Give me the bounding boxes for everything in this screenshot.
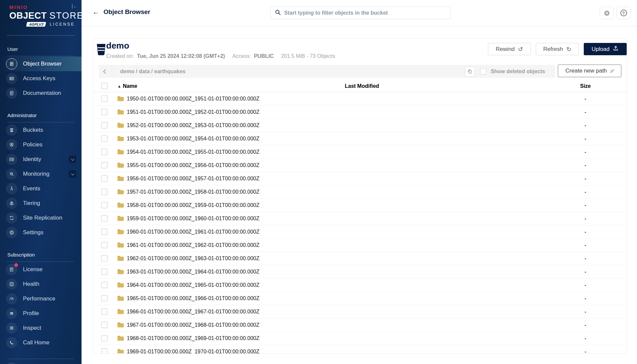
sidebar-item-health[interactable]: Health — [0, 277, 82, 291]
object-name[interactable]: 1961-01-01T00:00:00.000Z_1962-01-01T00:0… — [127, 242, 260, 248]
row-checkbox[interactable] — [101, 322, 107, 328]
sidebar-item-monitoring[interactable]: Monitoring — [0, 167, 82, 181]
sidebar-item-license[interactable]: License — [0, 262, 82, 277]
settings-button[interactable]: ⚙ — [600, 7, 614, 19]
table-row[interactable]: 1960-01-01T00:00:00.000Z_1961-01-01T00:0… — [94, 225, 627, 239]
sidebar-item-performance[interactable]: Performance — [0, 291, 82, 306]
chevron-down-icon[interactable] — [69, 156, 76, 163]
show-deleted-toggle[interactable]: Show deleted objects — [480, 68, 545, 75]
create-new-path-button[interactable]: Create new path :∕∕ — [558, 65, 621, 77]
row-checkbox[interactable] — [101, 109, 107, 115]
row-checkbox[interactable] — [101, 202, 107, 208]
chevron-down-icon[interactable] — [69, 170, 76, 178]
rewind-button[interactable]: Rewind ↺ — [488, 43, 531, 55]
table-row[interactable]: 1967-01-01T00:00:00.000Z_1968-01-01T00:0… — [94, 318, 627, 332]
sort-ascending-icon[interactable]: ▲ — [117, 84, 121, 88]
sidebar-item-object-browser[interactable]: Object Browser — [0, 57, 82, 71]
row-checkbox[interactable] — [101, 335, 107, 341]
search-input[interactable] — [284, 10, 446, 16]
upload-button[interactable]: Upload — [584, 43, 627, 55]
row-checkbox[interactable] — [101, 162, 107, 168]
column-last-modified[interactable]: Last Modified — [345, 83, 379, 89]
row-checkbox[interactable] — [101, 95, 107, 102]
show-deleted-checkbox[interactable] — [480, 68, 487, 75]
row-checkbox[interactable] — [101, 295, 107, 301]
object-name[interactable]: 1953-01-01T00:00:00.000Z_1954-01-01T00:0… — [127, 136, 260, 142]
table-row[interactable]: 1963-01-01T00:00:00.000Z_1964-01-01T00:0… — [94, 265, 627, 278]
row-checkbox[interactable] — [101, 215, 107, 222]
sidebar-item-policies[interactable]: Policies — [0, 137, 82, 152]
table-row[interactable]: 1957-01-01T00:00:00.000Z_1958-01-01T00:0… — [94, 185, 627, 199]
table-row[interactable]: 1954-01-01T00:00:00.000Z_1955-01-01T00:0… — [94, 145, 627, 159]
object-name[interactable]: 1967-01-01T00:00:00.000Z_1968-01-01T00:0… — [127, 322, 260, 328]
table-row[interactable]: 1962-01-01T00:00:00.000Z_1963-01-01T00:0… — [94, 252, 627, 265]
copy-path-button[interactable] — [465, 67, 475, 77]
row-checkbox[interactable] — [101, 282, 107, 288]
table-row[interactable]: 1953-01-01T00:00:00.000Z_1954-01-01T00:0… — [94, 132, 627, 145]
sidebar-item-access-keys[interactable]: Access Keys — [0, 71, 82, 86]
row-checkbox[interactable] — [101, 135, 107, 142]
object-name[interactable]: 1959-01-01T00:00:00.000Z_1960-01-01T00:0… — [127, 216, 260, 222]
refresh-button[interactable]: Refresh ↻ — [536, 43, 579, 55]
table-row[interactable]: 1968-01-01T00:00:00.000Z_1969-01-01T00:0… — [94, 332, 627, 345]
back-arrow-icon[interactable]: ← — [93, 9, 99, 15]
sidebar-item-inspect[interactable]: Inspect — [0, 321, 82, 335]
table-row[interactable]: 1969-01-01T00:00:00.000Z_1970-01-01T00:0… — [94, 345, 627, 354]
sidebar-item-settings[interactable]: ⚙ Settings — [0, 225, 82, 240]
collapse-sidebar-icon[interactable]: |← — [72, 3, 78, 9]
table-row[interactable]: 1959-01-01T00:00:00.000Z_1960-01-01T00:0… — [94, 212, 627, 225]
object-name[interactable]: 1968-01-01T00:00:00.000Z_1969-01-01T00:0… — [127, 335, 260, 341]
row-checkbox[interactable] — [101, 189, 107, 195]
row-checkbox[interactable] — [101, 149, 107, 155]
table-row[interactable]: 1956-01-01T00:00:00.000Z_1957-01-01T00:0… — [94, 172, 627, 185]
object-name[interactable]: 1951-01-01T00:00:00.000Z_1952-01-01T00:0… — [127, 109, 260, 115]
row-checkbox[interactable] — [101, 255, 107, 262]
sidebar-item-call-home[interactable]: Call Home — [0, 335, 82, 350]
table-row[interactable]: 1952-01-01T00:00:00.000Z_1953-01-01T00:0… — [94, 119, 627, 132]
object-name[interactable]: 1955-01-01T00:00:00.000Z_1956-01-01T00:0… — [127, 162, 260, 168]
table-row[interactable]: 1955-01-01T00:00:00.000Z_1956-01-01T00:0… — [94, 159, 627, 172]
table-row[interactable]: 1951-01-01T00:00:00.000Z_1952-01-01T00:0… — [94, 105, 627, 119]
sidebar-item-site-replication[interactable]: Site Replication — [0, 211, 82, 225]
sidebar-item-events[interactable]: λ Events — [0, 181, 82, 196]
object-name[interactable]: 1956-01-01T00:00:00.000Z_1957-01-01T00:0… — [127, 176, 260, 182]
object-name[interactable]: 1965-01-01T00:00:00.000Z_1966-01-01T00:0… — [127, 295, 260, 301]
object-name[interactable]: 1963-01-01T00:00:00.000Z_1964-01-01T00:0… — [127, 269, 260, 275]
sidebar-item-buckets[interactable]: Buckets — [0, 123, 82, 137]
object-name[interactable]: 1969-01-01T00:00:00.000Z_1970-01-01T00:0… — [127, 349, 260, 354]
table-row[interactable]: 1966-01-01T00:00:00.000Z_1967-01-01T00:0… — [94, 305, 627, 318]
row-checkbox[interactable] — [101, 242, 107, 248]
object-name[interactable]: 1950-01-01T00:00:00.000Z_1951-01-01T00:0… — [127, 96, 260, 102]
sidebar-item-documentation[interactable]: Documentation — [0, 86, 82, 100]
column-size[interactable]: Size — [552, 83, 619, 89]
object-name[interactable]: 1954-01-01T00:00:00.000Z_1955-01-01T00:0… — [127, 149, 260, 155]
object-name[interactable]: 1952-01-01T00:00:00.000Z_1953-01-01T00:0… — [127, 122, 260, 128]
breadcrumb[interactable]: demo / data / earthquakes — [120, 69, 465, 75]
select-all-checkbox[interactable] — [101, 83, 107, 89]
row-checkbox[interactable] — [101, 308, 107, 315]
object-name[interactable]: 1960-01-01T00:00:00.000Z_1961-01-01T00:0… — [127, 229, 260, 235]
table-row[interactable]: 1965-01-01T00:00:00.000Z_1966-01-01T00:0… — [94, 292, 627, 305]
object-name[interactable]: 1966-01-01T00:00:00.000Z_1967-01-01T00:0… — [127, 309, 260, 315]
table-row[interactable]: 1958-01-01T00:00:00.000Z_1959-01-01T00:0… — [94, 199, 627, 212]
table-row[interactable]: 1950-01-01T00:00:00.000Z_1951-01-01T00:0… — [94, 92, 627, 105]
help-button[interactable]: ? — [616, 7, 631, 19]
table-row[interactable]: 1961-01-01T00:00:00.000Z_1962-01-01T00:0… — [94, 239, 627, 252]
row-checkbox[interactable] — [101, 229, 107, 235]
path-back-button[interactable] — [99, 65, 112, 78]
object-name[interactable]: 1957-01-01T00:00:00.000Z_1958-01-01T00:0… — [127, 189, 260, 195]
object-name[interactable]: 1964-01-01T00:00:00.000Z_1965-01-01T00:0… — [127, 282, 260, 288]
table-row[interactable]: 1964-01-01T00:00:00.000Z_1965-01-01T00:0… — [94, 278, 627, 292]
sidebar-item-identity[interactable]: Identity — [0, 152, 82, 167]
sidebar-item-tiering[interactable]: Tiering — [0, 196, 82, 211]
row-checkbox[interactable] — [101, 348, 107, 354]
object-filter-searchbox[interactable] — [271, 6, 451, 19]
object-name[interactable]: 1958-01-01T00:00:00.000Z_1959-01-01T00:0… — [127, 202, 260, 208]
row-checkbox[interactable] — [101, 269, 107, 275]
column-name[interactable]: Name — [123, 83, 137, 89]
row-checkbox[interactable] — [101, 175, 107, 182]
page-back-title[interactable]: ← Object Browser — [93, 8, 150, 16]
sidebar-item-profile[interactable]: Profile — [0, 306, 82, 321]
row-checkbox[interactable] — [101, 122, 107, 128]
object-name[interactable]: 1962-01-01T00:00:00.000Z_1963-01-01T00:0… — [127, 256, 260, 262]
